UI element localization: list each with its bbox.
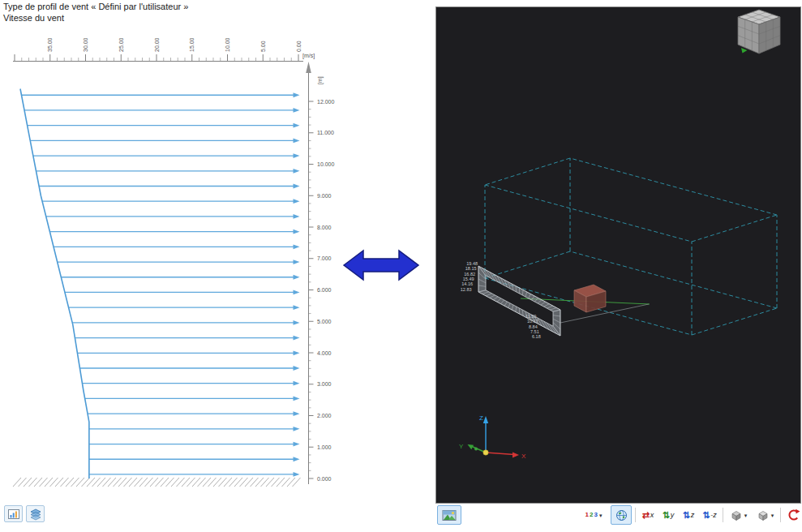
isometric-view-dropdown-button[interactable]: ▾ — [726, 505, 751, 525]
projection-dropdown-button[interactable]: ▾ — [753, 505, 778, 525]
axis-x-label: X — [521, 453, 526, 460]
view-y-arrows-icon: ⇅ — [663, 511, 670, 520]
height-tick-label: 4.000 — [317, 350, 332, 356]
view-z-button[interactable]: ⇅ z — [679, 505, 698, 525]
height-tick-label: 10.000 — [317, 161, 335, 167]
height-tick-label: 0.000 — [317, 476, 332, 482]
height-tick-label: 3.000 — [317, 381, 332, 387]
height-tick-label: 12.000 — [317, 99, 335, 105]
svg-text:11.50: 11.50 — [525, 314, 536, 319]
chart-settings-button[interactable] — [4, 505, 23, 522]
wall-panel — [478, 266, 560, 336]
view-minus-z-arrows-icon: ⇅ — [702, 511, 710, 520]
caret-down-icon: ▾ — [771, 513, 774, 518]
cube-y-marker-icon — [741, 48, 748, 54]
height-axis-unit: [m] — [317, 76, 324, 84]
render-mode-button[interactable] — [437, 505, 461, 525]
app-root: Type de profil de vent « Défini par l'ut… — [0, 0, 802, 532]
coordinate-triad: ZXY — [459, 414, 526, 460]
rotate-view-icon — [787, 508, 801, 521]
chart-layers-button[interactable] — [26, 505, 45, 522]
speed-tick-label: 5.00 — [260, 41, 266, 52]
speed-tick-label: 10.00 — [225, 37, 230, 52]
view-y-label: y — [671, 512, 675, 519]
toolbar-separator — [635, 508, 636, 522]
height-axis-arrow — [306, 62, 311, 73]
caret-down-icon: ▾ — [744, 513, 748, 518]
numbers-123-icon: 3 — [594, 512, 597, 518]
svg-text:19.48: 19.48 — [466, 261, 478, 266]
toolbar-separator — [780, 508, 781, 522]
svg-text:14.16: 14.16 — [461, 281, 473, 286]
rotate-view-button[interactable] — [783, 505, 802, 525]
svg-text:10.17: 10.17 — [527, 319, 538, 324]
speed-tick-label: 35.00 — [47, 37, 53, 52]
ground-hatch — [13, 478, 301, 487]
svg-text:15.49: 15.49 — [463, 277, 474, 281]
box-view-icon — [757, 509, 770, 521]
chart-toolbar — [4, 505, 45, 522]
viewport-3d[interactable]: 19.4818.1516.8215.4914.1612.8311.5010.17… — [435, 6, 801, 504]
speed-tick-label: 30.00 — [83, 37, 88, 52]
svg-text:18.15: 18.15 — [465, 266, 477, 271]
height-tick-label: 6.000 — [317, 287, 332, 293]
view-z-arrows-icon: ⇅ — [683, 511, 690, 520]
height-tick-label: 11.000 — [317, 130, 334, 135]
svg-text:8.84: 8.84 — [529, 324, 538, 329]
height-tick-label: 9.000 — [317, 193, 332, 199]
toolbar-separator — [723, 508, 723, 522]
wall-value-labels-upper: 19.4818.1516.8215.4914.1612.83 — [461, 261, 478, 292]
globe-display-button[interactable] — [611, 505, 632, 525]
svg-text:7.51: 7.51 — [530, 329, 539, 334]
speed-tick-label: 20.00 — [154, 37, 160, 52]
speed-axis-unit: [m/s] — [302, 53, 315, 59]
view-x-label: x — [650, 512, 654, 519]
numbers-123-icon: 1 — [585, 512, 589, 518]
wind-profile-line — [20, 89, 89, 479]
numbers-123-icon: 2 — [590, 512, 593, 518]
axis-y-label: Y — [459, 443, 464, 450]
view-x-arrows-icon: ⇄ — [642, 511, 650, 520]
axis-z-label: Z — [479, 414, 483, 422]
height-tick-label: 7.000 — [317, 255, 332, 261]
height-tick-label: 1.000 — [317, 444, 332, 450]
globe-icon — [615, 509, 628, 521]
wall-value-labels-lower: 11.5010.178.847.516.18 — [525, 314, 541, 339]
view-minus-z-button[interactable]: ⇅ -z — [699, 505, 720, 525]
viewport-canvas: 19.4818.1516.8215.4914.1612.8311.5010.17… — [436, 7, 800, 503]
render-preview-icon — [442, 509, 457, 521]
view-x-button[interactable]: ⇄ x — [638, 505, 658, 525]
height-tick-label: 8.000 — [317, 225, 332, 230]
viewport-toolbar: 1 2 3 ▾ ⇄ x ⇅ y ⇅ z ⇅ — [435, 504, 802, 530]
link-arrow-icon — [341, 243, 425, 287]
svg-text:6.18: 6.18 — [532, 334, 541, 339]
numbering-dropdown-button[interactable]: 1 2 3 ▾ — [578, 505, 609, 525]
speed-axis — [13, 54, 303, 62]
speed-tick-label: 0.00 — [296, 41, 302, 52]
chart-icon — [7, 508, 20, 521]
height-tick-label: 2.000 — [317, 413, 332, 418]
view-minus-z-label: -z — [710, 512, 717, 519]
layers-icon — [29, 508, 42, 521]
speed-tick-label: 25.00 — [118, 37, 124, 52]
navigation-cube[interactable] — [738, 10, 780, 54]
svg-text:12.83: 12.83 — [461, 287, 472, 292]
height-axis — [309, 70, 314, 484]
view-y-button[interactable]: ⇅ y — [658, 505, 678, 525]
speed-tick-label: 15.00 — [189, 37, 195, 52]
wind-tunnel-box — [485, 158, 777, 335]
building-model — [574, 285, 606, 312]
caret-down-icon: ▾ — [599, 513, 603, 518]
svg-text:16.82: 16.82 — [464, 272, 475, 277]
view-z-label: z — [691, 512, 695, 519]
view-cube-icon — [730, 509, 743, 521]
height-tick-label: 5.000 — [317, 319, 332, 324]
